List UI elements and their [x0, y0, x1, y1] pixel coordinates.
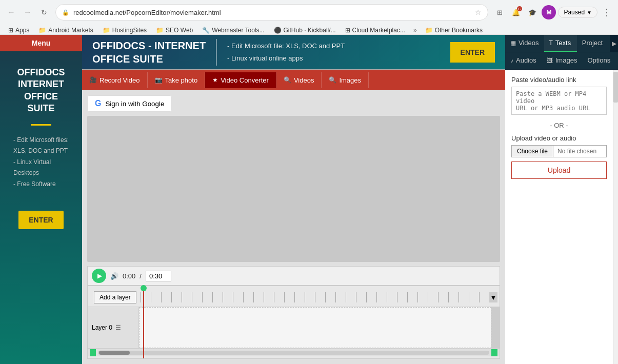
play-button[interactable]: ▶: [92, 269, 106, 283]
scroll-end-marker: [491, 349, 497, 356]
layer-scrollbar: [491, 307, 500, 348]
scroll-thumb[interactable]: [99, 351, 130, 355]
timeline-scroll-arrow[interactable]: ▼: [489, 292, 497, 302]
menu-button[interactable]: Menu: [0, 35, 82, 51]
layer-menu-icon[interactable]: ☰: [115, 324, 121, 331]
paste-link-label: Paste video/audio link: [511, 76, 607, 84]
bookmark-apps[interactable]: ⊞ Apps: [4, 25, 33, 35]
apps-icon: ⊞: [8, 27, 13, 34]
sign-in-google-button[interactable]: G Sign in with Google: [87, 95, 172, 112]
browser-actions: ⊞ 🔔 G 🎓 M Paused ▼ ⋮: [492, 5, 614, 19]
address-bar[interactable]: 🔒 redcoolmedia.net/PopcornEditor/moviema…: [55, 4, 488, 21]
bookmark-seo[interactable]: 📁 SEO Web: [152, 25, 197, 35]
star-icon: ★: [212, 76, 218, 84]
play-icon: ▶: [97, 272, 102, 279]
bookmark-hosting[interactable]: 📁 HostingSites: [98, 25, 151, 35]
file-choose-area: Choose file No file chosen: [511, 145, 607, 157]
tab-project[interactable]: Project: [577, 35, 610, 52]
video-converter-button[interactable]: ★ Video Converter: [205, 72, 276, 88]
upload-button[interactable]: Upload: [511, 161, 607, 179]
bookmark-webmaster[interactable]: 🔧 Webmaster Tools...: [198, 25, 268, 35]
editor-content: G Sign in with Google ▶ 🔊 0:00 /: [82, 90, 505, 364]
tab-images[interactable]: 🖼 Images: [542, 52, 583, 69]
take-photo-button[interactable]: 📷 Take photo: [148, 72, 206, 88]
browser-chrome: ← → ↻ 🔒 redcoolmedia.net/PopcornEditor/m…: [0, 0, 618, 35]
choose-file-button[interactable]: Choose file: [511, 145, 553, 157]
timeline-ruler: [141, 292, 489, 302]
images-tab-icon: 🖼: [547, 57, 553, 64]
editor-toolbar: 🎥 Record Video 📷 Take photo ★ Video Conv…: [82, 70, 505, 90]
url-text: redcoolmedia.net/PopcornEditor/moviemake…: [73, 9, 221, 16]
paused-indicator[interactable]: Paused ▼: [558, 7, 597, 18]
bookmark-cloud[interactable]: ⊞ Cloud Marketplac...: [341, 25, 409, 35]
scroll-track[interactable]: [98, 351, 489, 355]
reload-button[interactable]: ↻: [37, 5, 51, 19]
forward-button[interactable]: →: [21, 5, 35, 19]
scrollbar-thumb: [613, 72, 618, 103]
right-tabs-top: ▦ Videos T Texts Project ▶: [505, 35, 618, 52]
time-current: 0:00: [123, 272, 135, 280]
right-scrollbar[interactable]: [613, 70, 618, 364]
camera-icon: 📷: [155, 76, 163, 84]
search-videos-icon: 🔍: [284, 76, 291, 84]
or-divider: - OR -: [511, 122, 607, 129]
menu-dots-button[interactable]: ⋮: [600, 5, 614, 19]
layer-row: Layer 0 ☰: [88, 307, 500, 348]
bookmarks-more-button[interactable]: »: [410, 25, 420, 35]
videos-button[interactable]: 🔍 Videos: [276, 72, 322, 88]
back-button[interactable]: ←: [4, 5, 18, 19]
sidebar-enter-button[interactable]: ENTER: [18, 211, 63, 229]
github-icon: ⚫: [274, 27, 282, 34]
file-name-display: No file chosen: [553, 145, 607, 157]
videos-tab-icon: ▦: [510, 39, 516, 47]
sidebar-title: OFFIDOCS INTERNET OFFICE SUITE: [10, 62, 73, 120]
record-icon: 🎥: [89, 76, 97, 84]
right-panel: ▦ Videos T Texts Project ▶ ♪ Audios 🖼 Im…: [505, 35, 618, 364]
seo-icon: 📁: [156, 27, 164, 34]
right-panel-content: Paste video/audio link - OR - Upload vid…: [505, 70, 613, 364]
webmaster-icon: 🔧: [202, 27, 210, 34]
nav-buttons: ← → ↻: [4, 5, 51, 19]
volume-icon[interactable]: 🔊: [110, 272, 118, 280]
main-content: Menu OFFIDOCS INTERNET OFFICE SUITE - Ed…: [0, 35, 618, 364]
sidebar-feature-2: - Linux Virtual Desktops: [13, 157, 69, 179]
browser-toolbar: ← → ↻ 🔒 redcoolmedia.net/PopcornEditor/m…: [0, 0, 618, 23]
layer-track[interactable]: [139, 307, 491, 348]
tabs-arrow-right[interactable]: ▶: [610, 35, 618, 52]
extensions-button[interactable]: ⊞: [492, 5, 507, 19]
hosting-icon: 📁: [103, 27, 110, 34]
left-sidebar: Menu OFFIDOCS INTERNET OFFICE SUITE - Ed…: [0, 35, 82, 364]
bookmark-github[interactable]: ⚫ GitHub · Kickball/...: [270, 25, 340, 35]
upload-label: Upload video or audio: [511, 134, 607, 142]
tab-videos[interactable]: ▦ Videos: [505, 35, 544, 52]
other-icon: 📁: [425, 27, 433, 34]
scroll-start-marker: [90, 349, 96, 356]
banner-enter-button[interactable]: ENTER: [450, 42, 495, 63]
video-preview: [87, 116, 500, 262]
profile-area[interactable]: M Paused ▼: [542, 5, 597, 19]
banner-logo: OFFIDOCS - INTERNET OFFICE SUITE: [92, 39, 217, 66]
profile-button[interactable]: M: [542, 5, 556, 19]
texts-tab-icon: T: [549, 39, 553, 47]
images-button[interactable]: 🔍 Images: [322, 72, 369, 88]
time-total-input[interactable]: [146, 271, 171, 281]
record-video-button[interactable]: 🎥 Record Video: [82, 72, 148, 88]
time-separator: /: [139, 272, 142, 280]
timeline-area: Add a layer ▼ Layer 0 ☰: [87, 286, 500, 359]
right-tabs-bottom: ♪ Audios 🖼 Images Options: [505, 52, 618, 70]
add-layer-button[interactable]: Add a layer: [94, 291, 136, 304]
panel-body: Paste video/audio link - OR - Upload vid…: [505, 70, 618, 364]
sidebar-features: - Edit Microsoft files: XLS, DOC and PPT…: [6, 130, 76, 195]
tab-audios[interactable]: ♪ Audios: [505, 52, 542, 69]
paste-url-input[interactable]: [511, 87, 607, 115]
bookmark-android[interactable]: 📁 Android Markets: [34, 25, 97, 35]
scholar-button[interactable]: 🎓: [525, 5, 540, 19]
audios-tab-icon: ♪: [510, 57, 513, 64]
bookmark-other[interactable]: 📁 Other Bookmarks: [421, 25, 487, 35]
search-images-icon: 🔍: [329, 76, 336, 84]
sidebar-feature-1: - Edit Microsoft files: XLS, DOC and PPT: [13, 135, 69, 157]
tab-texts[interactable]: T Texts: [544, 35, 577, 52]
top-banner: OFFIDOCS - INTERNET OFFICE SUITE - Edit …: [82, 35, 505, 70]
tab-options[interactable]: Options: [582, 52, 618, 69]
android-icon: 📁: [38, 27, 46, 34]
